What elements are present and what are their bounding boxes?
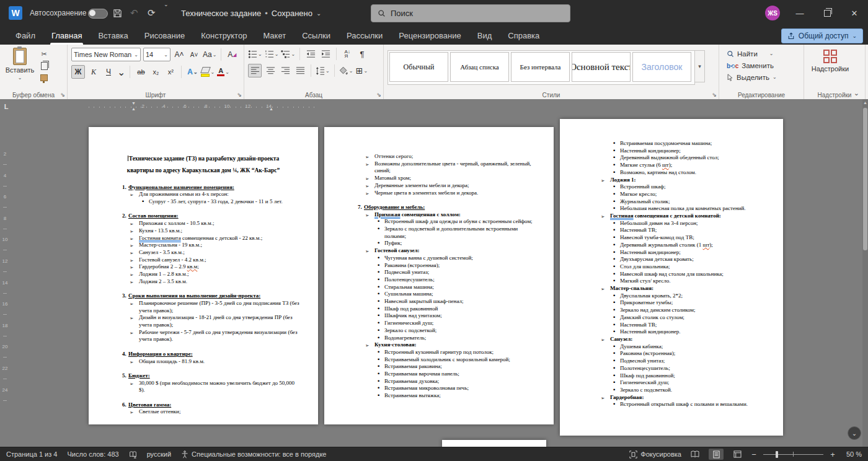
- proofing-status[interactable]: [129, 450, 137, 459]
- highlight-button[interactable]: ⌄: [201, 66, 215, 78]
- first-line-indent-marker[interactable]: ▼: [131, 101, 136, 105]
- tab-references[interactable]: Ссылки: [294, 26, 339, 45]
- styles-gallery-more-button[interactable]: ▾: [695, 50, 705, 82]
- chevron-down-icon[interactable]: ⌄: [117, 66, 125, 78]
- grow-font-button[interactable]: A˄: [173, 48, 185, 61]
- vertical-ruler[interactable]: 24681012141618202224: [0, 114, 10, 447]
- styles-dialog-launcher[interactable]: ⇘: [712, 92, 717, 98]
- bold-button[interactable]: Ж: [71, 65, 85, 79]
- scrollbar-thumb[interactable]: [863, 108, 867, 250]
- style-normal[interactable]: Обычный: [389, 52, 448, 82]
- paragraph-dialog-launcher[interactable]: ⇘: [376, 92, 381, 98]
- scroll-up-arrow-icon[interactable]: ▲: [862, 100, 868, 105]
- zoom-level[interactable]: 50 %: [842, 450, 862, 458]
- tab-file[interactable]: Файл: [7, 26, 43, 45]
- print-layout-button[interactable]: [709, 449, 724, 460]
- saved-status[interactable]: Сохранено: [272, 9, 312, 18]
- page-3[interactable]: •Встраиваемая посудомоечная машина;•Наст…: [560, 119, 783, 436]
- select-button[interactable]: Выделить⌄: [727, 71, 800, 83]
- restore-button[interactable]: [813, 0, 841, 26]
- strikethrough-button[interactable]: ab: [135, 66, 147, 78]
- chevron-down-icon[interactable]: ⌄: [316, 10, 321, 17]
- multilevel-list-button[interactable]: ⌄: [281, 48, 295, 60]
- tab-layout[interactable]: Макет: [255, 26, 294, 45]
- increase-indent-button[interactable]: [319, 48, 332, 60]
- avatar[interactable]: ЖS: [765, 6, 780, 20]
- tab-insert[interactable]: Вставка: [90, 26, 136, 45]
- tab-home[interactable]: Главная: [43, 26, 90, 45]
- subscript-button[interactable]: x₂: [149, 66, 162, 78]
- vertical-scrollbar[interactable]: ▲: [862, 99, 868, 447]
- save-button[interactable]: [113, 0, 122, 26]
- collapse-ribbon-button[interactable]: ⌄: [854, 89, 859, 97]
- tab-mailings[interactable]: Рассылки: [339, 26, 391, 45]
- next-page-button[interactable]: ⌄: [848, 426, 861, 440]
- page-2[interactable]: ➢Оттенки серого;➢Возможны дополнительные…: [324, 127, 554, 424]
- style-heading[interactable]: Заголовок: [632, 52, 691, 82]
- horizontal-ruler[interactable]: ▼ ▲ ▲ 2468101214: [89, 102, 318, 113]
- clipboard-dialog-launcher[interactable]: ⇘: [60, 92, 65, 98]
- tab-view[interactable]: Вид: [469, 26, 500, 45]
- text-effects-button[interactable]: A⌄: [186, 66, 198, 78]
- web-layout-button[interactable]: [730, 449, 745, 460]
- bullets-button[interactable]: ⌄: [248, 48, 262, 60]
- change-case-button[interactable]: Aa⌄: [203, 48, 216, 61]
- tab-design[interactable]: Конструктор: [193, 26, 255, 45]
- shading-button[interactable]: ⌄: [339, 64, 353, 77]
- shrink-font-button[interactable]: A˅: [188, 48, 200, 61]
- justify-button[interactable]: [294, 64, 306, 77]
- autosave-toggle[interactable]: [88, 9, 108, 19]
- sort-button[interactable]: А↓Я: [341, 48, 353, 60]
- print-layout-icon: [713, 450, 720, 459]
- copy-button[interactable]: [38, 61, 50, 71]
- italic-button[interactable]: K: [87, 66, 100, 78]
- superscript-button[interactable]: x²: [164, 66, 177, 78]
- paste-button[interactable]: Вставить ⌄: [4, 48, 36, 89]
- undo-button[interactable]: ↶: [130, 0, 138, 26]
- tab-help[interactable]: Справка: [500, 26, 547, 45]
- numbering-button[interactable]: ⌄: [265, 48, 279, 60]
- show-formatting-marks-button[interactable]: ¶: [356, 48, 368, 60]
- redo-button[interactable]: ⟳: [148, 0, 156, 26]
- page-1[interactable]: Техническое задание (ТЗ) на разработку д…: [89, 127, 318, 424]
- find-button[interactable]: Найти⌄: [727, 48, 800, 59]
- line-spacing-button[interactable]: ⌄: [316, 64, 330, 77]
- align-left-button[interactable]: [248, 64, 262, 77]
- decrease-indent-button[interactable]: [304, 48, 317, 60]
- font-dialog-launcher[interactable]: ⇘: [237, 92, 242, 98]
- focus-mode-button[interactable]: Фокусировка: [629, 450, 681, 459]
- font-size-combo[interactable]: 14⌄: [143, 48, 170, 61]
- tab-review[interactable]: Рецензирование: [391, 26, 469, 45]
- align-right-button[interactable]: [279, 64, 291, 77]
- quick-access-toolbar-menu[interactable]: ▔⌄: [164, 0, 169, 26]
- zoom-slider[interactable]: [763, 450, 823, 459]
- accessibility-status[interactable]: Специальные возможности: все в порядке: [181, 450, 326, 459]
- minimize-button[interactable]: —: [786, 0, 813, 26]
- search-input[interactable]: Поиск: [371, 4, 570, 22]
- clear-formatting-button[interactable]: A◢: [226, 48, 238, 61]
- page-number-status[interactable]: Страница 1 из 4: [6, 450, 57, 458]
- font-color-button[interactable]: А⌄: [217, 66, 229, 78]
- cut-button[interactable]: ✂: [38, 49, 50, 59]
- style-no-spacing[interactable]: Без интервала: [511, 52, 570, 82]
- style-list-paragraph[interactable]: Абзац списка: [450, 52, 509, 82]
- zoom-slider-thumb[interactable]: [776, 451, 778, 458]
- left-indent-marker[interactable]: ▲: [131, 107, 136, 111]
- close-button[interactable]: ✕: [841, 0, 868, 26]
- font-name-combo[interactable]: Times New Roman⌄: [71, 48, 141, 61]
- language-status[interactable]: русский: [147, 450, 171, 458]
- borders-button[interactable]: ⊞⌄: [355, 64, 368, 77]
- zoom-in-button[interactable]: +: [830, 450, 836, 459]
- share-button[interactable]: Общий доступ ⌄: [781, 29, 863, 43]
- underline-button[interactable]: Ч: [102, 66, 115, 78]
- zoom-out-button[interactable]: −: [751, 450, 757, 459]
- tab-selector[interactable]: L: [2, 102, 11, 111]
- style-body-text[interactable]: Основной текст: [572, 52, 631, 82]
- tab-draw[interactable]: Рисование: [136, 26, 193, 45]
- format-painter-button[interactable]: [38, 72, 50, 82]
- replace-button[interactable]: b⟲c Заменить: [727, 59, 800, 71]
- align-center-button[interactable]: [264, 64, 277, 77]
- word-count-status[interactable]: Число слов: 483: [67, 450, 118, 458]
- read-mode-button[interactable]: [688, 449, 702, 460]
- addins-button[interactable]: Надстройки: [808, 50, 852, 72]
